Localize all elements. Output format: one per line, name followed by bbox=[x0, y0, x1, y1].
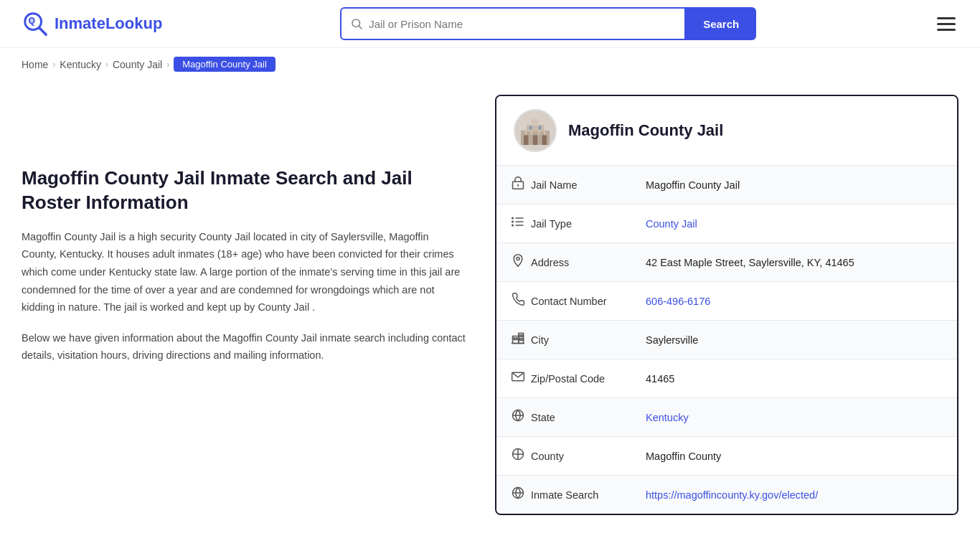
row-value: Kentucky bbox=[646, 412, 943, 423]
row-label: Zip/Postal Code bbox=[531, 373, 646, 385]
logo-text: InmateLookup bbox=[55, 14, 162, 33]
row-link[interactable]: County Jail bbox=[646, 218, 697, 230]
row-label: Jail Name bbox=[531, 179, 646, 191]
row-value: Magoffin County bbox=[646, 451, 943, 462]
search-button[interactable]: Search bbox=[686, 7, 756, 40]
search-input-icon bbox=[350, 17, 363, 30]
svg-point-26 bbox=[517, 257, 519, 260]
row-label: Address bbox=[531, 257, 646, 268]
info-row: Jail Name Magoffin County Jail bbox=[496, 166, 957, 204]
svg-point-23 bbox=[512, 217, 514, 219]
city-icon bbox=[511, 331, 531, 349]
svg-rect-33 bbox=[522, 335, 524, 337]
search-input-wrap bbox=[340, 7, 686, 40]
phone-icon bbox=[511, 292, 531, 310]
svg-rect-30 bbox=[514, 338, 515, 340]
row-label: Inmate Search bbox=[531, 489, 646, 501]
row-label: City bbox=[531, 334, 646, 346]
row-value: https://magoffincounty.ky.gov/elected/ bbox=[646, 489, 943, 501]
svg-rect-16 bbox=[538, 130, 540, 134]
svg-rect-32 bbox=[520, 335, 522, 337]
info-card: Magoffin County Jail Jail Name Magoffin … bbox=[495, 95, 958, 515]
row-label: Jail Type bbox=[531, 218, 646, 230]
svg-rect-12 bbox=[529, 126, 532, 130]
row-label: Contact Number bbox=[531, 296, 646, 307]
county-icon bbox=[511, 447, 531, 465]
svg-point-25 bbox=[512, 225, 514, 226]
svg-rect-13 bbox=[539, 126, 541, 130]
svg-text:Q: Q bbox=[29, 16, 36, 26]
row-value: 606-496-6176 bbox=[646, 296, 943, 307]
chevron-icon: › bbox=[166, 60, 169, 70]
jail-card-title: Magoffin County Jail bbox=[568, 121, 723, 140]
svg-rect-11 bbox=[542, 135, 547, 145]
info-row: Zip/Postal Code 41465 bbox=[496, 359, 957, 398]
info-rows: Jail Name Magoffin County Jail Jail Type… bbox=[496, 166, 957, 514]
chevron-icon: › bbox=[105, 60, 108, 70]
row-label: County bbox=[531, 451, 646, 462]
svg-line-5 bbox=[359, 26, 362, 29]
svg-rect-35 bbox=[522, 339, 524, 341]
info-row: Jail Type County Jail bbox=[496, 204, 957, 243]
page-description-2: Below we have given information about th… bbox=[22, 329, 466, 364]
breadcrumb-current: Magoffin County Jail bbox=[174, 57, 275, 72]
breadcrumb-home[interactable]: Home bbox=[22, 59, 48, 70]
menu-button[interactable] bbox=[934, 14, 958, 34]
page-description-1: Magoffin County Jail is a high security … bbox=[22, 228, 466, 316]
info-card-header: Magoffin County Jail bbox=[496, 96, 957, 166]
page-title: Magoffin County Jail Inmate Search and J… bbox=[22, 166, 466, 215]
info-row: Contact Number 606-496-6176 bbox=[496, 282, 957, 321]
mail-icon bbox=[511, 369, 531, 387]
row-link[interactable]: Kentucky bbox=[646, 412, 689, 423]
row-link[interactable]: https://magoffincounty.ky.gov/elected/ bbox=[646, 489, 818, 501]
row-value: Magoffin County Jail bbox=[646, 179, 943, 191]
svg-point-4 bbox=[352, 19, 360, 27]
breadcrumb: Home › Kentucky › County Jail › Magoffin… bbox=[0, 48, 980, 80]
search-input[interactable] bbox=[369, 18, 676, 30]
header: Q InmateLookup Search bbox=[0, 0, 980, 48]
svg-point-24 bbox=[512, 221, 514, 222]
right-column: Magoffin County Jail Jail Name Magoffin … bbox=[495, 95, 958, 515]
logo-link[interactable]: Q InmateLookup bbox=[22, 10, 162, 37]
search-globe-icon bbox=[511, 486, 531, 504]
row-value: 41465 bbox=[646, 373, 943, 385]
logo-icon: Q bbox=[22, 10, 49, 37]
svg-rect-8 bbox=[532, 119, 539, 126]
svg-line-1 bbox=[39, 28, 46, 35]
jail-icon bbox=[511, 176, 531, 194]
svg-rect-15 bbox=[531, 130, 532, 134]
svg-rect-17 bbox=[544, 130, 545, 134]
svg-rect-10 bbox=[533, 135, 537, 145]
row-value: 42 East Maple Street, Saylersville, KY, … bbox=[646, 257, 943, 268]
svg-rect-14 bbox=[525, 130, 527, 134]
jail-avatar bbox=[514, 109, 557, 152]
row-link[interactable]: 606-496-6176 bbox=[646, 296, 710, 307]
globe-icon bbox=[511, 408, 531, 426]
jail-building-icon bbox=[518, 113, 552, 148]
info-row: State Kentucky bbox=[496, 398, 957, 437]
row-label: State bbox=[531, 412, 646, 423]
info-row: Address 42 East Maple Street, Saylersvil… bbox=[496, 243, 957, 282]
svg-rect-9 bbox=[524, 135, 528, 145]
chevron-icon: › bbox=[52, 60, 55, 70]
main-content: Magoffin County Jail Inmate Search and J… bbox=[0, 80, 980, 544]
row-value: County Jail bbox=[646, 218, 943, 230]
list-icon bbox=[511, 215, 531, 232]
info-row: County Magoffin County bbox=[496, 437, 957, 476]
info-row: City Saylersville bbox=[496, 321, 957, 359]
row-value: Saylersville bbox=[646, 334, 943, 346]
search-form: Search bbox=[340, 7, 756, 40]
svg-rect-31 bbox=[517, 338, 518, 340]
info-row: Inmate Search https://magoffincounty.ky.… bbox=[496, 476, 957, 514]
pin-icon bbox=[511, 253, 531, 271]
breadcrumb-type[interactable]: County Jail bbox=[113, 59, 162, 70]
svg-rect-34 bbox=[520, 339, 522, 341]
left-column: Magoffin County Jail Inmate Search and J… bbox=[22, 95, 495, 515]
breadcrumb-state[interactable]: Kentucky bbox=[60, 59, 101, 70]
